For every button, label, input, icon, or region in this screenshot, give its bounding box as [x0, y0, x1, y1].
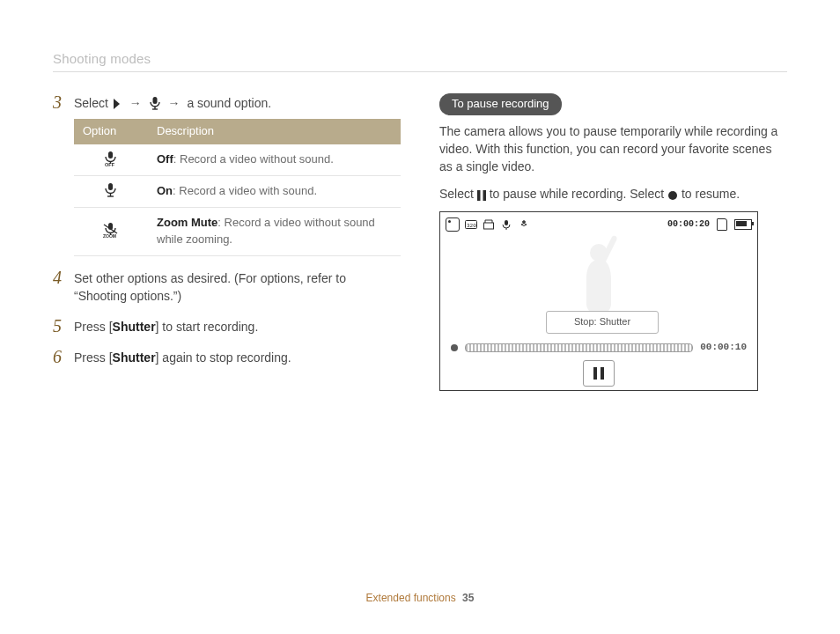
step-number: 6: [53, 348, 65, 365]
option-on-text: : Record a video with sound.: [173, 184, 317, 197]
svg-rect-14: [483, 190, 486, 201]
step6-bold: Shutter: [113, 350, 156, 365]
step6-pre: Press [: [74, 350, 113, 365]
mic-zoom-icon: ZOOM: [101, 221, 121, 239]
pause-button: [583, 360, 615, 387]
pause-recording-instruction: Select to pause while recording. Select …: [439, 185, 787, 203]
memory-card-icon: [717, 218, 727, 231]
step3-pre: Select: [74, 96, 108, 110]
record-dot-icon: [667, 190, 678, 201]
table-row: On: Record a video with sound.: [74, 175, 401, 207]
svg-text:OFF: OFF: [105, 162, 115, 167]
arrow-right-icon: →: [129, 96, 142, 110]
step5-bold: Shutter: [113, 320, 156, 334]
sound-options-table: Option Description: [74, 119, 401, 255]
step-number: 5: [53, 317, 65, 335]
svg-point-15: [668, 191, 677, 200]
step-4: 4 Set other options as desired. (For opt…: [53, 269, 401, 306]
mic-on-icon: [103, 181, 119, 199]
option-on-label: On: [157, 184, 173, 197]
recording-progress-row: 00:00:10: [451, 341, 747, 355]
framerate-icon: [483, 219, 495, 230]
option-off-label: Off: [157, 152, 173, 166]
battery-icon: [734, 219, 752, 230]
microphone-icon: [149, 96, 161, 110]
table-row: ZOOM Zoom Mute: Record a video without s…: [74, 207, 401, 255]
arrow-right-icon: →: [167, 96, 180, 110]
elapsed-time: 00:00:10: [700, 341, 747, 355]
progress-bar: [465, 343, 693, 352]
pause-recording-pill: To pause recording: [439, 93, 562, 115]
pause-recording-paragraph: The camera allows you to pause temporari…: [439, 122, 787, 176]
step-number: 3: [53, 93, 65, 111]
svg-rect-13: [477, 190, 481, 201]
step-6: 6 Press [Shutter] again to stop recordin…: [53, 348, 401, 366]
svg-rect-19: [505, 220, 508, 225]
step3-post: a sound option.: [187, 96, 271, 110]
page-footer: Extended functions 35: [0, 592, 840, 604]
recording-duration: 00:00:20: [667, 218, 710, 232]
section-title: Shooting modes: [53, 51, 787, 66]
option-zoom-label: Zoom Mute: [157, 216, 217, 229]
step5-pre: Press [: [74, 320, 113, 334]
screen-top-left-icons: 320: [446, 217, 530, 232]
camera-screen-illustration: 320 00:00:20: [439, 211, 758, 391]
table-row: OFF Off: Record a video without sound.: [74, 144, 401, 175]
table-header-option: Option: [74, 119, 148, 144]
record-mode-icon: [446, 217, 460, 232]
svg-text:320: 320: [467, 223, 476, 229]
svg-rect-18: [484, 223, 494, 229]
record-dot-icon: [451, 344, 458, 351]
screen-top-right: 00:00:20: [667, 218, 752, 232]
option-off-text: : Record a video without sound.: [173, 152, 334, 166]
svg-text:ZOOM: ZOOM: [103, 233, 116, 239]
stop-shutter-caption: Stop: Shutter: [546, 311, 659, 334]
svg-rect-6: [108, 183, 113, 190]
pause-icon: [477, 190, 486, 201]
mic-icon: [500, 219, 512, 230]
step5-post: ] to start recording.: [156, 320, 259, 334]
chevron-right-icon: [112, 98, 122, 110]
instr-post: to resume.: [682, 187, 740, 201]
svg-rect-0: [152, 97, 157, 104]
step-5: 5 Press [Shutter] to start recording.: [53, 317, 401, 335]
step4-text: Set other options as desired. (For optio…: [74, 269, 401, 306]
step-3: 3 Select → →: [53, 93, 401, 256]
step6-post: ] again to stop recording.: [156, 350, 291, 365]
instr-mid: to pause while recording. Select: [490, 187, 667, 201]
section-divider: [53, 71, 787, 72]
table-header-description: Description: [148, 119, 401, 144]
resolution-icon: 320: [465, 219, 477, 230]
stabilizer-icon: [518, 219, 530, 230]
footer-section: Extended functions: [366, 592, 456, 604]
svg-rect-3: [108, 151, 113, 158]
instr-pre: Select: [439, 187, 477, 201]
step-number: 4: [53, 269, 65, 286]
page-number: 35: [462, 592, 474, 604]
mic-off-icon: OFF: [102, 150, 120, 167]
